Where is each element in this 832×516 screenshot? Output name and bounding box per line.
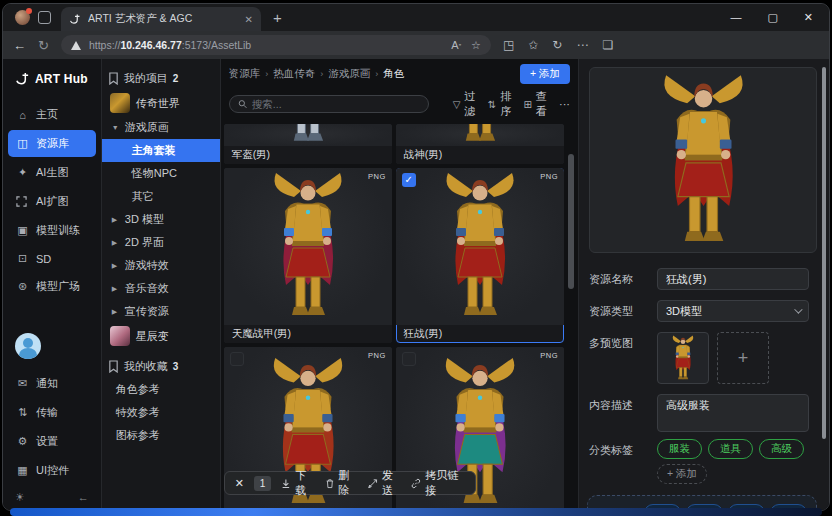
tags-field-label: 分类标签 xyxy=(589,439,649,458)
sidebar-item-ai-generate[interactable]: ✦ AI生图 xyxy=(8,159,96,186)
sidebar-panel-icon[interactable]: ❏ xyxy=(602,38,613,52)
theme-toggle-icon[interactable]: ☀ xyxy=(15,491,25,504)
app-logo: ART Hub xyxy=(3,59,101,100)
desktop-glow-strip xyxy=(10,508,822,516)
add-preview-button[interactable]: + xyxy=(717,332,769,384)
ui-grid-icon: ▦ xyxy=(16,464,29,477)
collections-icon[interactable]: ✩ xyxy=(528,38,538,52)
sidebar-item-asset-library[interactable]: ◫ 资源库 xyxy=(8,130,96,157)
sidebar-item-ai-expand[interactable]: AI扩图 xyxy=(8,188,96,215)
tree-item-other[interactable]: 其它 xyxy=(102,185,220,208)
asset-image xyxy=(440,124,520,146)
description-textarea[interactable]: 高级服装 xyxy=(657,394,809,432)
collapse-sidebar-icon[interactable]: ← xyxy=(78,491,89,504)
refresh-icon[interactable]: ↻ xyxy=(38,38,49,53)
breadcrumb-project[interactable]: 热血传奇 xyxy=(273,67,315,81)
send-button[interactable]: 发送 xyxy=(368,468,401,498)
asset-name-input[interactable] xyxy=(657,268,809,290)
tree-fav-icon-ref[interactable]: 图标参考 xyxy=(102,424,220,447)
category-tag[interactable]: 服装 xyxy=(657,439,702,459)
sidebar-item-sd[interactable]: ⊡ SD xyxy=(8,246,96,271)
my-favorites-header[interactable]: 我的收藏 3 xyxy=(102,355,220,378)
project-thumbnail xyxy=(110,93,130,113)
window-minimize-button[interactable]: — xyxy=(730,11,741,24)
checkbox-checked[interactable]: ✓ xyxy=(402,173,416,187)
sidebar-item-home[interactable]: ⌂ 主页 xyxy=(8,101,96,128)
delete-button[interactable]: 删除 xyxy=(325,468,358,498)
tree-group-promo[interactable]: ▶ 宣传资源 xyxy=(102,300,220,323)
browser-tab[interactable]: ARTI 艺术资产 & AGC ✕ xyxy=(61,7,261,31)
tree-project-legend-world[interactable]: 传奇世界 xyxy=(102,90,220,116)
window-close-button[interactable]: ✕ xyxy=(804,11,813,24)
grid-scrollbar-thumb[interactable] xyxy=(568,154,574,289)
checkbox-unchecked[interactable] xyxy=(230,352,244,366)
sort-button[interactable]: ⇅ 排序 xyxy=(488,89,512,119)
copy-link-button[interactable]: 拷贝链接 xyxy=(411,468,464,498)
sidebar-item-transfer[interactable]: ⇅ 传输 xyxy=(8,399,96,426)
extensions-icon[interactable]: ◳ xyxy=(503,38,514,52)
tree-group-2d-ui[interactable]: ▶ 2D 界面 xyxy=(102,231,220,254)
tree-fav-character-ref[interactable]: 角色参考 xyxy=(102,378,220,401)
asset-card[interactable]: PNG 天魔战甲(男) xyxy=(224,168,392,343)
format-badge: PNG xyxy=(368,351,386,360)
back-icon[interactable]: ← xyxy=(13,38,26,53)
category-tag[interactable]: 高级 xyxy=(759,439,804,459)
tree-group-3d-model[interactable]: ▶ 3D 模型 xyxy=(102,208,220,231)
browser-window: ARTI 艺术资产 & AGC ✕ + — ▢ ✕ ← ↻ https://10… xyxy=(2,3,830,511)
favorite-star-icon[interactable]: ☆ xyxy=(471,39,481,52)
asset-grid: 军盔(男) 战神(男) PNG 天魔战甲(男) xyxy=(221,124,578,511)
asset-card[interactable]: 战神(男) xyxy=(396,124,564,164)
clear-selection-icon[interactable]: ✕ xyxy=(235,477,244,490)
chevron-right-icon: ▶ xyxy=(112,239,120,247)
browser-profile-avatar[interactable] xyxy=(15,10,30,25)
breadcrumb-asset-library[interactable]: 资源库 xyxy=(229,67,261,81)
tree-group-game-art[interactable]: ▼ 游戏原画 xyxy=(102,116,220,139)
tree-group-vfx[interactable]: ▶ 游戏特效 xyxy=(102,254,220,277)
new-tab-button[interactable]: + xyxy=(273,9,282,26)
sidebar-item-model-train[interactable]: ▣ 模型训练 xyxy=(8,217,96,244)
tree-item-hero-suits[interactable]: 主角套装 xyxy=(102,139,220,162)
view-button[interactable]: ⊞ 查看 xyxy=(523,89,547,119)
tree-group-audio[interactable]: ▶ 音乐音效 xyxy=(102,277,220,300)
format-badge: PNG xyxy=(540,172,558,181)
projects-count: 2 xyxy=(173,73,179,84)
window-maximize-button[interactable]: ▢ xyxy=(767,11,777,24)
history-icon[interactable]: ↻ xyxy=(552,38,562,52)
asset-card-selected[interactable]: PNG ✓ 狂战(男) xyxy=(396,168,564,343)
tree-fav-vfx-ref[interactable]: 特效参考 xyxy=(102,401,220,424)
workspaces-icon[interactable] xyxy=(38,11,51,24)
asset-image xyxy=(263,171,353,321)
asset-type-select[interactable]: 3D模型 xyxy=(657,300,809,322)
add-tag-button[interactable]: + 添加 xyxy=(657,464,707,484)
asset-card[interactable]: 军盔(男) xyxy=(224,124,392,164)
category-tag[interactable]: 道具 xyxy=(708,439,753,459)
my-projects-header[interactable]: 我的项目 2 xyxy=(102,67,220,90)
address-bar[interactable]: https://10.246.46.77:5173/AssetLib A” ☆ xyxy=(61,35,491,55)
tree-item-monster-npc[interactable]: 怪物NPC xyxy=(102,162,220,185)
more-menu-icon[interactable]: ⋯ xyxy=(576,38,588,52)
read-aloud-icon[interactable]: A” xyxy=(451,39,461,52)
download-button[interactable]: 下载 xyxy=(281,468,314,498)
ai-generate-icon: ✦ xyxy=(16,166,29,179)
url-host: 10.246.46.77 xyxy=(120,39,181,51)
checkbox-unchecked[interactable] xyxy=(402,352,416,366)
inspector-scrollbar-thumb[interactable] xyxy=(822,67,826,439)
sidebar-item-notifications[interactable]: ✉ 通知 xyxy=(8,370,96,397)
browser-urlbar: ← ↻ https://10.246.46.77:5173/AssetLib A… xyxy=(3,31,829,59)
model-train-icon: ▣ xyxy=(16,224,29,237)
sidebar-item-ui-widgets[interactable]: ▦ UI控件 xyxy=(8,457,96,484)
user-avatar[interactable] xyxy=(15,333,41,359)
more-options-button[interactable]: ··· xyxy=(559,98,570,110)
sidebar-item-model-plaza[interactable]: ⊛ 模型广场 xyxy=(8,273,96,300)
add-asset-button[interactable]: + 添加 xyxy=(520,64,570,84)
search-input[interactable] xyxy=(252,98,420,110)
search-box[interactable] xyxy=(229,95,429,113)
chevron-right-icon: ▶ xyxy=(112,308,120,316)
preview-thumbnail[interactable] xyxy=(657,332,709,384)
tree-project-star-change[interactable]: 星辰变 xyxy=(102,323,220,349)
tab-close-icon[interactable]: ✕ xyxy=(245,14,253,25)
previews-field-label: 多预览图 xyxy=(589,332,649,351)
sidebar-item-settings[interactable]: ⚙ 设置 xyxy=(8,428,96,455)
breadcrumb-category[interactable]: 游戏原画 xyxy=(328,67,370,81)
filter-button[interactable]: ▽ 过滤 xyxy=(453,89,476,119)
